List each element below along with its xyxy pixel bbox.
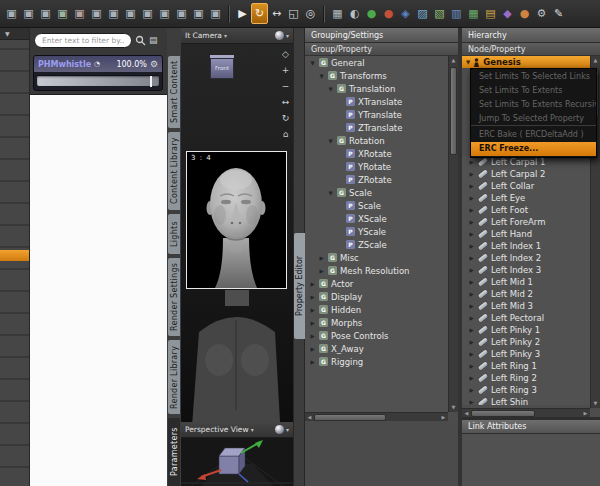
pane-options-icon[interactable]: ▤ (149, 36, 158, 45)
hierarchy-node-row[interactable]: ▶ Left Mid 3 (462, 300, 590, 312)
expander-icon[interactable] (318, 255, 325, 261)
group-row[interactable]: P XScale (305, 212, 448, 225)
dock-tab[interactable]: Render Settings (168, 258, 180, 336)
node-translate-up-icon[interactable]: ▣ (20, 3, 37, 24)
hierarchy-node-row[interactable]: ▶ Left Pinky 3 (462, 348, 590, 360)
perspective-mini-viewport[interactable] (181, 438, 293, 486)
group-row[interactable]: G Rotation (305, 134, 448, 147)
view-selector[interactable]: Perspective View (185, 425, 249, 434)
expander-icon[interactable]: ▶ (468, 387, 475, 393)
expander-icon[interactable]: ▶ (468, 375, 475, 381)
scroll-left-icon[interactable]: ◀ (305, 414, 314, 420)
expander-icon[interactable] (309, 333, 316, 339)
expander-icon[interactable] (309, 359, 316, 365)
search-icon[interactable] (135, 35, 146, 46)
group-row[interactable]: P XTranslate (305, 95, 448, 108)
gears-settings-icon[interactable]: ⚙ (533, 3, 550, 24)
graph-editor-icon[interactable]: ▦ (465, 3, 482, 24)
expander-icon[interactable] (327, 138, 334, 144)
hierarchy-node-row[interactable]: ▶ Left Pinky 1 (462, 324, 590, 336)
context-menu-item[interactable]: Set Limits To Extents Recursive (471, 98, 596, 112)
expander-icon[interactable]: ▶ (468, 327, 475, 333)
group-row[interactable]: G Translation (305, 82, 448, 95)
parameter-value[interactable]: 100.0% (116, 60, 147, 69)
horizontal-scrollbar[interactable]: ◀ ▶ (305, 412, 448, 421)
slider-handle[interactable] (150, 76, 152, 87)
viewport-canvas[interactable]: Front ◇ + − ↔ ↻ ⌂ 3 : 4 (181, 44, 293, 422)
scrollbar-thumb[interactable] (314, 414, 386, 421)
group-row[interactable]: P ZScale (305, 238, 448, 251)
hierarchy-node-row[interactable]: ▶ Left Ring 1 (462, 360, 590, 372)
node-hide-icon[interactable]: ▣ (156, 3, 173, 24)
hierarchy-node-row[interactable]: ▶ Left Index 2 (462, 252, 590, 264)
tab-property-editor[interactable]: Property Editor (294, 233, 305, 339)
translate-tool-icon[interactable]: ↔ (268, 3, 285, 24)
chevron-down-icon[interactable]: ▾ (251, 426, 254, 433)
expander-icon[interactable]: ▶ (468, 339, 475, 345)
group-row[interactable]: G Actor (305, 277, 448, 290)
vertical-scrollbar[interactable]: ▲ ▼ (448, 56, 458, 412)
draw-style-sphere-icon[interactable] (275, 31, 284, 40)
expander-icon[interactable] (309, 294, 316, 300)
red-sphere-icon[interactable]: ● (380, 3, 397, 24)
scroll-right-icon[interactable]: ▶ (581, 410, 590, 416)
group-row[interactable]: G Pose Controls (305, 329, 448, 342)
timeline-chart-icon[interactable]: ▥ (448, 3, 465, 24)
scene-node-icon[interactable]: ▣ (3, 3, 20, 24)
surface-selection-icon[interactable]: ▦ (329, 3, 346, 24)
group-row[interactable]: G Transforms (305, 69, 448, 82)
nav-cube-front-face[interactable]: Front (210, 58, 234, 79)
group-row[interactable]: G Scale (305, 186, 448, 199)
hierarchy-node-row[interactable]: ▶ Left Eye (462, 192, 590, 204)
scrollbar-thumb[interactable] (471, 410, 535, 417)
group-row[interactable]: P YTranslate (305, 108, 448, 121)
expander-icon[interactable]: ▶ (468, 219, 475, 225)
context-menu-item[interactable]: Set Limits To Extents (471, 84, 596, 98)
view-cube-icon[interactable]: ◇ (282, 50, 289, 59)
hierarchy-node-row[interactable]: ▶ Left Ring 3 (462, 384, 590, 396)
expander-icon[interactable]: ▶ (468, 231, 475, 237)
scale-tool-icon[interactable]: ◱ (285, 3, 302, 24)
slider-track[interactable] (37, 75, 159, 86)
gear-icon[interactable]: ⚙ (150, 59, 158, 69)
chevron-down-icon[interactable]: ▾ (286, 426, 289, 433)
expander-icon[interactable] (309, 307, 316, 313)
scroll-right-icon[interactable]: ▶ (439, 414, 448, 420)
expander-icon[interactable]: ▶ (468, 183, 475, 189)
viewport-panel[interactable]: It Camera ▾ ▾ Front ◇ + − ↔ ↻ (181, 28, 293, 486)
hierarchy-node-row[interactable]: ▶ Left Hand (462, 228, 590, 240)
expander-icon[interactable] (309, 320, 316, 326)
collapsed-pane-strip[interactable]: ▼ (0, 28, 30, 486)
expander-icon[interactable] (318, 268, 325, 274)
view-navigation-cube[interactable]: Front (207, 54, 237, 82)
node-unparent-icon[interactable]: ▣ (71, 3, 88, 24)
group-row[interactable]: G Misc (305, 251, 448, 264)
group-row[interactable]: P Scale (305, 199, 448, 212)
toolbar-divider[interactable] (323, 5, 325, 23)
chevron-down-icon[interactable]: ▾ (224, 32, 227, 39)
node-fit-icon[interactable]: ▣ (207, 3, 224, 24)
expander-icon[interactable] (309, 60, 316, 66)
chevron-down-icon[interactable]: ▼ (0, 28, 29, 40)
scrollbar-thumb[interactable] (450, 67, 457, 155)
scroll-left-icon[interactable]: ◀ (462, 410, 471, 416)
expander-icon[interactable]: ▶ (468, 243, 475, 249)
hierarchy-node-row[interactable]: ▶ Left Foot (462, 204, 590, 216)
image-editor-icon[interactable]: ▨ (414, 3, 431, 24)
puzzle-plugin-icon[interactable]: ◆ (499, 3, 516, 24)
hierarchy-node-row[interactable]: ▶ Left Mid 1 (462, 276, 590, 288)
group-row[interactable]: G Mesh Resolution (305, 264, 448, 277)
expander-icon[interactable]: ▶ (468, 267, 475, 273)
context-menu-item[interactable]: Jump To Selected Property (471, 112, 596, 126)
camera-selector[interactable]: It Camera (185, 31, 222, 40)
layers-icon[interactable]: ▤ (482, 3, 499, 24)
node-lock-icon[interactable]: ▣ (122, 3, 139, 24)
expander-icon[interactable] (309, 281, 316, 287)
scroll-up-icon[interactable]: ▲ (591, 56, 600, 65)
zoom-in-icon[interactable]: + (282, 66, 290, 75)
node-instance-icon[interactable]: ▣ (105, 3, 122, 24)
green-sphere-icon[interactable]: ● (363, 3, 380, 24)
group-row[interactable]: P XRotate (305, 147, 448, 160)
hierarchy-node-row[interactable]: ▶ Left Pinky 2 (462, 336, 590, 348)
rotate-tool-icon[interactable]: ↻ (251, 3, 268, 24)
